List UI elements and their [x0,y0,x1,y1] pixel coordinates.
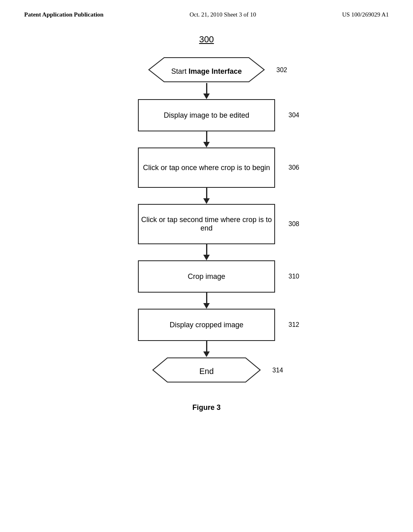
process-label-304: Display image to be edited [164,111,249,120]
date-sheet-label: Oct. 21, 2010 Sheet 3 of 10 [190,11,256,18]
arrow-line [206,293,207,303]
process-box-310: Crop image [138,260,275,293]
arrow-head [203,94,210,99]
arrow-4 [203,244,210,260]
node-314: End 314 [152,357,261,383]
node-310: Crop image 310 [138,260,275,293]
node-308-ref: 308 [288,220,299,228]
arrow-line [206,131,207,142]
arrow-head [203,198,210,204]
process-label-306: Click or tap once where crop is to begin [143,164,270,172]
arrow-line [206,244,207,255]
publication-label: Patent Application Publication [24,11,104,18]
node-306-ref: 306 [288,164,299,171]
node-312-ref: 312 [288,321,299,328]
process-label-308: Click or tap second time where crop is t… [139,216,274,233]
arrow-6 [203,341,210,357]
node-310-ref: 310 [288,273,299,280]
diagram-number: 300 [199,34,214,45]
node-308: Click or tap second time where crop is t… [138,204,275,244]
start-shape: Start Image Interface [148,57,265,83]
arrow-head [203,351,210,357]
arrow-line [206,188,207,198]
arrow-1 [203,83,210,99]
node-302-label: 302 [276,66,287,74]
process-box-304: Display image to be edited [138,99,275,131]
node-304: Display image to be edited 304 [138,99,275,131]
process-label-310: Crop image [188,272,225,281]
svg-text:End: End [199,367,214,376]
arrow-head [203,255,210,260]
node-302: Start Image Interface 302 [148,57,265,83]
node-312: Display cropped image 312 [138,309,275,341]
arrow-2 [203,131,210,148]
figure-caption: Figure 3 [192,403,221,412]
process-label-312: Display cropped image [169,321,243,329]
arrow-line [206,83,207,94]
diagram-container: 300 Start Image Interface 302 Display im… [0,22,413,412]
arrow-3 [203,188,210,204]
arrow-head [203,303,210,309]
process-box-306: Click or tap once where crop is to begin [138,148,275,188]
svg-text:Start Image Interface: Start Image Interface [171,67,242,75]
arrow-5 [203,293,210,309]
patent-number-label: US 100/269029 A1 [342,11,389,18]
process-box-312: Display cropped image [138,309,275,341]
page-header: Patent Application Publication Oct. 21, … [0,0,413,22]
arrow-head [203,142,210,148]
process-box-308: Click or tap second time where crop is t… [138,204,275,244]
flowchart: Start Image Interface 302 Display image … [86,57,327,383]
end-shape: End [152,357,261,383]
arrow-line [206,341,207,351]
node-304-ref: 304 [288,112,299,119]
node-314-ref: 314 [272,367,283,374]
node-306: Click or tap once where crop is to begin… [138,148,275,188]
